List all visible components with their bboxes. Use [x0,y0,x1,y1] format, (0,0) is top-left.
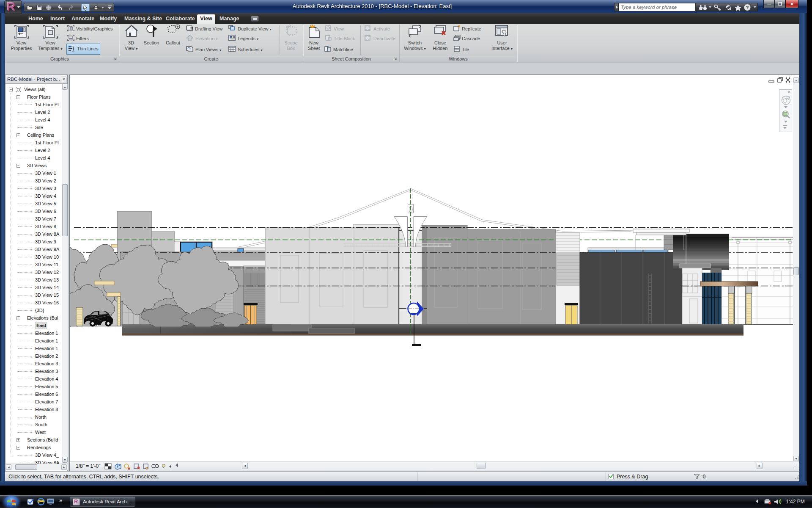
svg-text:?: ? [746,5,749,10]
